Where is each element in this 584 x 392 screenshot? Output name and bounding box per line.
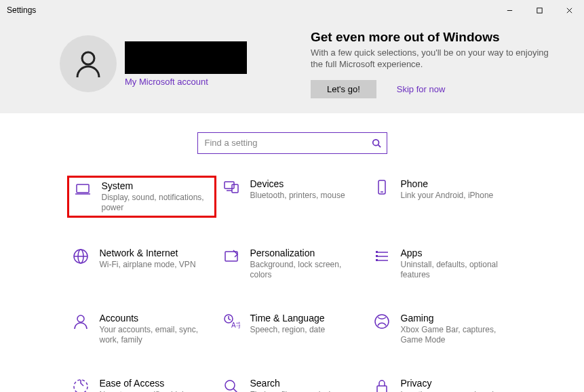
tile-privacy[interactable]: Privacy Location, camera, microphone — [368, 375, 518, 392]
tile-accounts[interactable]: Accounts Your accounts, email, sync, wor… — [67, 310, 216, 348]
skip-for-now-link[interactable]: Skip for now — [397, 84, 446, 94]
tile-apps[interactable]: Apps Uninstall, defaults, optional featu… — [368, 245, 518, 283]
globe-icon — [71, 248, 90, 267]
svg-point-24 — [77, 315, 84, 322]
time-language-icon: A字 — [222, 313, 241, 332]
profile-block: My Microsoft account — [60, 30, 270, 98]
minimize-button[interactable] — [494, 0, 524, 20]
magnify-icon — [222, 378, 241, 392]
maximize-button[interactable] — [524, 0, 554, 20]
tile-label: Privacy — [401, 378, 513, 389]
search-input[interactable] — [203, 137, 372, 149]
profile-info: My Microsoft account — [125, 41, 247, 87]
ease-of-access-icon — [71, 378, 90, 392]
tile-time-language[interactable]: A字 Time & Language Speech, region, date — [218, 310, 367, 348]
tile-label: Devices — [250, 178, 363, 189]
tile-phone[interactable]: Phone Link your Android, iPhone — [368, 176, 518, 218]
search-box[interactable] — [197, 132, 387, 154]
lets-go-button[interactable]: Let's go! — [311, 80, 376, 98]
user-name-redacted — [125, 41, 247, 74]
tile-sub: Link your Android, iPhone — [401, 191, 513, 201]
svg-line-6 — [378, 144, 381, 147]
svg-point-29 — [225, 380, 235, 390]
tile-label: Network & Internet — [100, 248, 212, 258]
tile-sub: Your accounts, email, sync, work, family — [100, 325, 212, 345]
header: My Microsoft account Get even more out o… — [0, 20, 584, 113]
svg-rect-1 — [537, 7, 541, 12]
tile-sub: Background, lock screen, colors — [250, 260, 363, 280]
svg-rect-22 — [376, 255, 378, 257]
tile-label: Accounts — [100, 313, 212, 324]
tile-sub: Bluetooth, printers, mouse — [250, 191, 363, 201]
tile-label: Gaming — [401, 313, 513, 324]
tile-personalization[interactable]: Personalization Background, lock screen,… — [218, 245, 367, 283]
svg-rect-7 — [77, 184, 89, 193]
tile-label: Personalization — [250, 248, 363, 258]
tile-label: Search — [250, 378, 363, 389]
svg-text:A字: A字 — [231, 321, 240, 329]
xbox-icon — [372, 313, 391, 332]
tile-label: System — [102, 180, 210, 191]
my-microsoft-account-link[interactable]: My Microsoft account — [125, 77, 247, 87]
search-icon — [372, 138, 381, 148]
tile-sub: Display, sound, notifications, power — [102, 193, 210, 213]
tile-label: Time & Language — [250, 313, 363, 324]
tile-sub: Speech, region, date — [250, 325, 363, 335]
phone-icon — [372, 178, 391, 197]
tile-devices[interactable]: Devices Bluetooth, printers, mouse — [218, 176, 367, 218]
promo-body: With a few quick selections, you'll be o… — [311, 47, 562, 71]
search-row — [0, 113, 584, 176]
avatar — [60, 35, 117, 92]
laptop-icon — [73, 180, 92, 199]
svg-point-4 — [82, 52, 94, 64]
svg-rect-9 — [225, 182, 234, 189]
tile-gaming[interactable]: Gaming Xbox Game Bar, captures, Game Mod… — [368, 310, 518, 348]
paint-icon — [222, 248, 241, 267]
promo-heading: Get even more out of Windows — [311, 30, 570, 45]
tile-sub: Xbox Game Bar, captures, Game Mode — [401, 325, 513, 345]
tile-label: Apps — [401, 248, 513, 258]
user-icon — [72, 47, 104, 80]
svg-line-30 — [233, 389, 238, 392]
svg-rect-31 — [377, 386, 387, 392]
apps-icon — [372, 248, 391, 267]
devices-icon — [222, 178, 241, 197]
svg-point-27 — [375, 315, 389, 328]
tile-system[interactable]: System Display, sound, notifications, po… — [67, 176, 216, 218]
lock-icon — [372, 378, 391, 392]
tile-sub: Uninstall, defaults, optional features — [401, 260, 513, 280]
close-button[interactable] — [554, 0, 584, 20]
tile-sub: Wi-Fi, airplane mode, VPN — [100, 260, 212, 270]
window-title: Settings — [7, 5, 36, 15]
svg-point-5 — [372, 140, 378, 146]
tile-network[interactable]: Network & Internet Wi-Fi, airplane mode,… — [67, 245, 216, 283]
tile-search[interactable]: Search Find my files, permissions — [218, 375, 367, 392]
svg-rect-21 — [376, 251, 378, 253]
tile-label: Ease of Access — [100, 378, 212, 389]
settings-grid: System Display, sound, notifications, po… — [0, 176, 584, 392]
person-icon — [71, 313, 90, 332]
tile-ease-of-access[interactable]: Ease of Access Narrator, magnifier, high… — [67, 375, 216, 392]
titlebar: Settings — [0, 0, 584, 20]
tile-label: Phone — [401, 178, 513, 189]
svg-rect-23 — [376, 259, 378, 261]
window-controls — [494, 0, 584, 20]
promo-block: Get even more out of Windows With a few … — [311, 30, 570, 98]
